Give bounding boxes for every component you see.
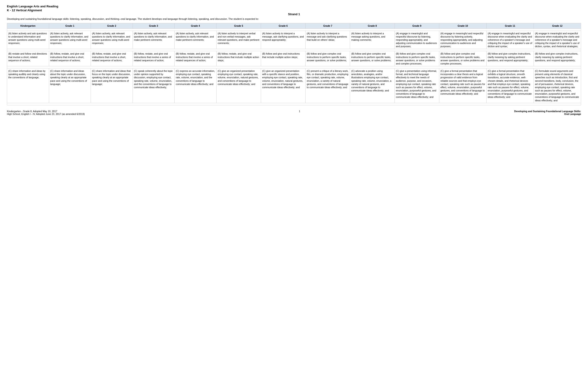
row-b: (B) restate and follow oral directions t… <box>7 51 581 66</box>
grade-12-header: Grade 12 <box>534 23 581 29</box>
cell-c-4: (C) express an accurate information, emp… <box>175 68 216 103</box>
grade-9-header: Grade 9 <box>395 23 439 29</box>
cell-c-9: (C) give a presentation using informal, … <box>395 68 439 103</box>
grade-11-header: Grade 11 <box>486 23 534 29</box>
cell-c-k: (C) share information and ideas by speak… <box>7 68 49 103</box>
grade-5-header: Grade 5 <box>216 23 261 29</box>
spacer-a <box>7 29 581 31</box>
footer-right-line1: Developing and Sustaining Foundational L… <box>514 110 581 113</box>
cell-c-12: (C) formulate sound arguments and presen… <box>534 68 581 103</box>
header: English Language Arts and Reading K - 12… <box>7 5 581 12</box>
cell-a-7: (A) listen actively to interpret a messa… <box>306 31 350 49</box>
spacer-b <box>7 49 581 51</box>
cell-b-8: (B) follow and give complex oral instruc… <box>350 51 395 66</box>
footer: Kindergarten - Grade 8, Adopted May 10, … <box>7 110 581 115</box>
grade-10-header: Grade 10 <box>439 23 486 29</box>
grade-4-header: Grade 4 <box>175 23 216 29</box>
spacer-c <box>7 66 581 68</box>
title-line1: English Language Arts and Reading <box>7 5 581 8</box>
grade-1-header: Grade 1 <box>49 23 91 29</box>
cell-c-1: (C) share information and ideas about th… <box>49 68 91 103</box>
cell-a-3: (A) listen actively, ask relevant questi… <box>133 31 175 49</box>
cell-c-6: (C) give an organized presentation with … <box>261 68 305 103</box>
cell-a-5: (A) listen actively to interpret verbal … <box>216 31 261 49</box>
cell-b-7: (B) follow and give complex oral instruc… <box>306 51 350 66</box>
grade-8-header: Grade 8 <box>350 23 395 29</box>
cell-b-3: (B) follow, restate, and give oral instr… <box>133 51 175 66</box>
cell-b-10: (B) follow and give complex oral instruc… <box>439 51 486 66</box>
footer-right-line2: Oral Language <box>514 113 581 115</box>
title-line2: K - 12 Vertical Alignment <box>7 9 581 12</box>
cell-c-3: (C) speak coherently about the topic und… <box>133 68 175 103</box>
grade-k-header: Kindergarten <box>7 23 49 29</box>
cell-c-2: (C) share information and ideas that foc… <box>91 68 133 103</box>
grade-3-header: Grade 3 <box>133 23 175 29</box>
description-text: Developing and sustaining foundational l… <box>7 17 581 21</box>
footer-left: Kindergarten - Grade 8, Adopted May 10, … <box>7 110 85 115</box>
cell-b-12: (B) follow and give complex instructions… <box>534 51 581 66</box>
footer-right: Developing and Sustaining Foundational L… <box>514 110 581 115</box>
cell-c-8: (C) advocate a position using anecdotes,… <box>350 68 395 103</box>
cell-b-6: (B) follow and give oral instructions th… <box>261 51 305 66</box>
cell-b-4: (B) follow, restate, and give oral instr… <box>175 51 216 66</box>
cell-a-9: (A) engage in meaningful and respectful … <box>395 31 439 49</box>
footer-center: 1 <box>299 110 300 115</box>
cell-b-k: (B) restate and follow oral directions t… <box>7 51 49 66</box>
cell-a-12: (A) engage in meaningful and respectful … <box>534 31 581 49</box>
cell-a-11: (A) engage in meaningful and respectful … <box>486 31 534 49</box>
cell-b-11: (B) follow and give complex instructions… <box>486 51 534 66</box>
footer-left-line2: High School, English I - IV, Adopted Jun… <box>7 113 85 115</box>
cell-b-2: (B) follow, restate, and give oral instr… <box>91 51 133 66</box>
cell-c-11: (C) give a formal presentation that exhi… <box>486 68 534 103</box>
cell-c-10: (C) give a formal presentation that inco… <box>439 68 486 103</box>
spacer-end <box>7 103 581 105</box>
cell-c-7: (C) present a critique of a literary wor… <box>306 68 350 103</box>
cell-a-10: (A) engage in meaningful and respectful … <box>439 31 486 49</box>
strand-label: Strand 1 <box>7 12 581 16</box>
row-c: (C) share information and ideas by speak… <box>7 68 581 103</box>
grade-header-row: Kindergarten Grade 1 Grade 2 Grade 3 Gra… <box>7 23 581 29</box>
cell-b-1: (B) follow, restate, and give oral instr… <box>49 51 91 66</box>
cell-b-9: (B) follow and give complex oral instruc… <box>395 51 439 66</box>
cell-a-k: (A) listen actively and ask questions to… <box>7 31 49 49</box>
row-a: (A) listen actively and ask questions to… <box>7 31 581 49</box>
grade-7-header: Grade 7 <box>306 23 350 29</box>
footer-left-line1: Kindergarten - Grade 8, Adopted May 10, … <box>7 110 85 113</box>
cell-a-4: (A) listen actively, ask relevant questi… <box>175 31 216 49</box>
grade-6-header: Grade 6 <box>261 23 305 29</box>
cell-c-5: (C) give an organized presentation emplo… <box>216 68 261 103</box>
cell-a-6: (A) listen actively to interpret a messa… <box>261 31 305 49</box>
grade-2-header: Grade 2 <box>91 23 133 29</box>
cell-a-1: (A) listen actively, ask relevant questi… <box>49 31 91 49</box>
cell-a-8: (A) listen actively to interpret a messa… <box>350 31 395 49</box>
cell-a-2: (A) listen actively, ask relevant questi… <box>91 31 133 49</box>
cell-b-5: (B) follow, restate, and give oral instr… <box>216 51 261 66</box>
alignment-table: Kindergarten Grade 1 Grade 2 Grade 3 Gra… <box>7 23 581 105</box>
